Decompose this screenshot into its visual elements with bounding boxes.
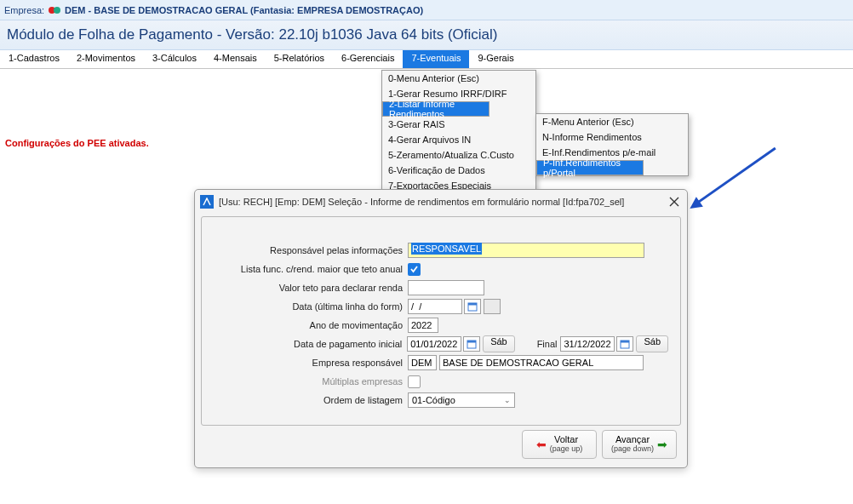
svg-point-1 [54, 7, 60, 14]
dropdown-item[interactable]: N-Informe Rendimentos [536, 129, 688, 145]
data-ultima-field[interactable] [408, 299, 462, 314]
voltar-label: Voltar [550, 435, 583, 444]
dialog-app-icon [200, 195, 214, 209]
calendar-icon[interactable] [616, 336, 633, 352]
dialog-selecao: [Usu: RECH] [Emp: DEM] Seleção - Informe… [194, 189, 688, 468]
ordem-select[interactable]: 01-Código ⌄ [408, 392, 515, 408]
menu-item[interactable]: 9-Gerais [469, 50, 522, 68]
day-label-fim[interactable]: Sáb [636, 335, 668, 352]
label-final: Final [537, 339, 561, 349]
responsavel-value: RESPONSAVEL [411, 243, 482, 255]
module-bar: Módulo de Folha de Pagamento - Versão: 2… [0, 20, 853, 50]
dropdown-item[interactable]: 0-Menu Anterior (Esc) [382, 71, 535, 86]
voltar-sub: (page up) [550, 444, 583, 454]
dialog-body: Responsável pelas informações RESPONSAVE… [201, 216, 681, 426]
close-button[interactable] [667, 194, 682, 209]
dialog-title: [Usu: RECH] [Emp: DEM] Seleção - Informe… [219, 197, 624, 207]
voltar-button[interactable]: ⬅ Voltar (page up) [522, 430, 597, 459]
dropdown-item[interactable]: F-Menu Anterior (Esc) [536, 114, 688, 129]
menu-item[interactable]: 2-Movimentos [68, 50, 144, 68]
label-ano: Ano de movimentação [214, 320, 408, 330]
label-multiplas: Múltiplas empresas [214, 376, 408, 387]
empresa-cod-field[interactable] [408, 355, 437, 370]
data-pag-fim-field[interactable] [560, 336, 615, 352]
label-data-ultima: Data (última linha do form) [214, 301, 408, 312]
label-responsavel: Responsável pelas informações [214, 245, 408, 255]
multiplas-checkbox[interactable] [408, 375, 421, 388]
calendar-icon[interactable] [463, 336, 480, 352]
label-lista: Lista func. c/rend. maior que teto anual [214, 264, 408, 274]
lista-checkbox[interactable] [408, 263, 421, 276]
menu-item[interactable]: 4-Mensais [205, 50, 266, 68]
status-message: Configurações do PEE ativadas. [5, 138, 149, 148]
company-icon [48, 3, 61, 17]
module-title: Módulo de Folha de Pagamento - Versão: 2… [7, 26, 497, 43]
label-data-pag-ini: Data de pagamento inicial [214, 339, 407, 349]
dropdown-item[interactable]: P-Inf.Rendimentos p/Portal [536, 160, 644, 175]
calendar-icon[interactable] [464, 299, 481, 314]
menu-dropdown-eventuais: 0-Menu Anterior (Esc)1-Gerar Resumo IRRF… [381, 70, 536, 194]
svg-rect-7 [621, 341, 629, 343]
empresa-nome-field[interactable] [439, 355, 644, 370]
arrow-left-icon: ⬅ [536, 438, 547, 451]
label-empresa: Empresa responsável [214, 358, 408, 368]
dropdown-item[interactable]: 5-Zeramento/Atualiza C.Custo [382, 147, 535, 163]
company-name: DEM - BASE DE DEMOSTRACAO GERAL (Fantasi… [65, 5, 423, 15]
top-bar: Empresa: DEM - BASE DE DEMOSTRACAO GERAL… [0, 0, 853, 20]
arrow-right-icon: ➡ [657, 438, 667, 451]
avancar-sub: (page down) [611, 444, 654, 454]
dropdown-item[interactable]: 6-Verificação de Dados [382, 163, 535, 178]
responsavel-field[interactable]: RESPONSAVEL [408, 243, 644, 258]
day-label-ini[interactable]: Sáb [483, 335, 515, 352]
dropdown-item[interactable]: 2-Listar Informe Rendimentos [382, 101, 489, 117]
dialog-titlebar: [Usu: RECH] [Emp: DEM] Seleção - Informe… [195, 190, 687, 214]
svg-rect-5 [467, 341, 476, 343]
avancar-button[interactable]: Avançar (page down) ➡ [602, 430, 677, 459]
menu-bar: 1-Cadastros2-Movimentos3-Cálculos4-Mensa… [0, 50, 853, 69]
valor-teto-field[interactable] [408, 280, 484, 295]
svg-rect-3 [468, 303, 477, 306]
avancar-label: Avançar [611, 435, 654, 444]
ordem-value: 01-Código [412, 395, 455, 405]
label-valor-teto: Valor teto para declarar renda [214, 283, 408, 293]
menu-item[interactable]: 5-Relatórios [266, 50, 333, 68]
chevron-down-icon: ⌄ [504, 396, 511, 404]
dropdown-item[interactable]: 4-Gerar Arquivos IN [382, 132, 535, 147]
menu-item[interactable]: 1-Cadastros [0, 50, 68, 68]
menu-item[interactable]: 3-Cálculos [144, 50, 205, 68]
top-bar-label: Empresa: [4, 5, 44, 15]
menu-item[interactable]: 6-Gerenciais [333, 50, 403, 68]
menu-item[interactable]: 7-Eventuais [403, 50, 469, 68]
ano-field[interactable] [408, 318, 438, 333]
data-pag-ini-field[interactable] [407, 336, 461, 352]
day-disabled [484, 299, 501, 314]
menu-dropdown-listar-informe: F-Menu Anterior (Esc)N-Informe Rendiment… [535, 113, 689, 176]
dialog-footer: ⬅ Voltar (page up) Avançar (page down) ➡ [195, 426, 687, 463]
label-ordem: Ordem de listagem [214, 395, 408, 405]
